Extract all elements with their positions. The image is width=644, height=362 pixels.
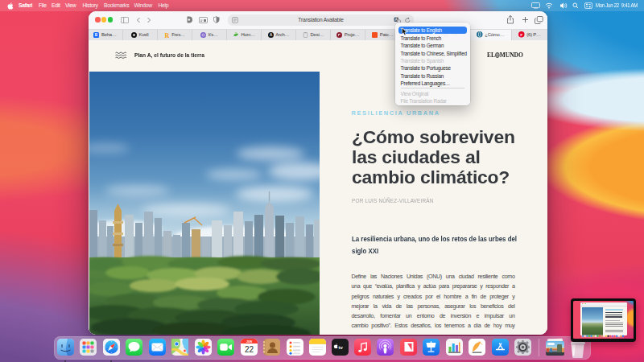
svg-text:R: R [164, 32, 169, 38]
svg-text:tv: tv [338, 344, 343, 349]
svg-text:P: P [521, 33, 523, 37]
svg-text:JUN: JUN [246, 339, 252, 343]
svg-text:22: 22 [245, 344, 254, 353]
svg-text:B: B [95, 33, 98, 37]
svg-text:A: A [395, 17, 398, 21]
